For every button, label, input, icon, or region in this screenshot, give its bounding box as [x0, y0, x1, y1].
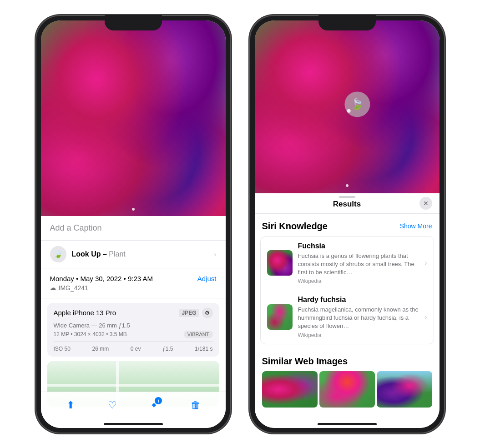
- similar-web-section: Similar Web Images: [255, 349, 440, 415]
- share-icon: ⬆: [66, 399, 75, 411]
- close-button[interactable]: ✕: [419, 197, 432, 210]
- heart-icon: ♡: [108, 399, 117, 411]
- similar-web-title: Similar Web Images: [262, 356, 348, 367]
- fuchsia-name: Fuchsia: [298, 242, 419, 250]
- favorite-button[interactable]: ♡: [102, 395, 122, 415]
- trash-icon: 🗑: [191, 399, 201, 411]
- lookup-dot: [347, 109, 350, 112]
- aperture-value: ƒ1.5: [162, 346, 173, 352]
- photo-specs: 12 MP • 3024 × 4032 • 3.5 MB VIBRANT: [54, 331, 213, 338]
- fuchsia-chevron: ›: [424, 259, 427, 267]
- settings-icon[interactable]: ⚙: [202, 307, 213, 318]
- home-indicator: [104, 423, 163, 425]
- results-panel: Results ✕ Siri Knowledge Show More: [255, 193, 440, 428]
- flower-image: [41, 20, 226, 216]
- wiki-item-hardy[interactable]: Hardy fuchsia Fuchsia magellanica, commo…: [261, 290, 434, 344]
- iso-value: ISO 50: [54, 346, 71, 352]
- home-indicator-right: [318, 423, 377, 425]
- hardy-content: Hardy fuchsia Fuchsia magellanica, commo…: [298, 296, 419, 338]
- format-badge: JPEG: [179, 309, 199, 317]
- share-button[interactable]: ⬆: [61, 395, 81, 415]
- wiki-card: Fuchsia Fuchsia is a genus of flowering …: [260, 236, 434, 344]
- right-photo-area: 🍃: [255, 20, 440, 193]
- bottom-toolbar: ⬆ ♡ ✦ i 🗑: [41, 392, 226, 428]
- camera-info: Wide Camera — 26 mm ƒ1.5: [54, 322, 213, 329]
- lookup-row[interactable]: 🍃 Look Up – Plant ›: [41, 241, 226, 268]
- fuchsia-content: Fuchsia Fuchsia is a genus of flowering …: [298, 242, 419, 285]
- cloud-icon: ☁: [50, 284, 56, 291]
- focal-value: 26 mm: [92, 346, 109, 352]
- web-image-2[interactable]: [319, 371, 375, 408]
- visual-lookup-button[interactable]: 🍃: [344, 91, 370, 117]
- lookup-label: Look Up – Plant: [72, 250, 126, 258]
- page-dot-right: [346, 184, 349, 187]
- hardy-name: Hardy fuchsia: [298, 296, 419, 304]
- fuchsia-desc: Fuchsia is a genus of flowering plants t…: [298, 252, 419, 277]
- info-button[interactable]: ✦ i: [144, 395, 164, 415]
- siri-knowledge-header: Siri Knowledge Show More: [255, 214, 440, 236]
- visual-lookup-icon: 🍃: [50, 246, 66, 262]
- info-badge: i: [155, 397, 162, 404]
- fuchsia-thumbnail: [267, 250, 293, 276]
- fuchsia-source: Wikipedia: [298, 278, 419, 284]
- close-icon: ✕: [423, 200, 429, 207]
- caption-input[interactable]: Add a Caption: [41, 216, 226, 241]
- delete-button[interactable]: 🗑: [186, 395, 206, 415]
- notch-right: [318, 15, 376, 30]
- filename-row: ☁ IMG_4241: [50, 284, 217, 292]
- device-section: Apple iPhone 13 Pro JPEG ⚙ Wide Camera —…: [47, 303, 219, 357]
- lookup-chevron: ›: [214, 251, 217, 258]
- meta-section: Monday • May 30, 2022 • 9:23 AM Adjust ☁…: [41, 268, 226, 298]
- drag-handle[interactable]: [339, 196, 355, 198]
- notch: [105, 15, 162, 30]
- style-badge: VIBRANT: [184, 331, 213, 338]
- device-name: Apple iPhone 13 Pro: [54, 309, 116, 317]
- web-images-grid: [262, 371, 432, 408]
- results-title: Results: [333, 200, 361, 209]
- exif-row: ISO 50 26 mm 0 ev ƒ1.5 1/181 s: [54, 342, 213, 352]
- wiki-item-fuchsia[interactable]: Fuchsia Fuchsia is a genus of flowering …: [261, 237, 434, 290]
- hardy-desc: Fuchsia magellanica, commonly known as t…: [298, 306, 419, 331]
- hardy-source: Wikipedia: [298, 332, 419, 338]
- ev-value: 0 ev: [131, 346, 141, 352]
- left-phone: Add a Caption 🍃 Look Up – Plant › Monday…: [35, 15, 231, 433]
- page-dot: [132, 208, 135, 211]
- web-image-1[interactable]: [262, 371, 318, 408]
- right-phone: 🍃 Results ✕ Siri Knowledge Show More: [249, 15, 445, 433]
- results-header: Results ✕: [255, 193, 440, 214]
- right-screen: 🍃 Results ✕ Siri Knowledge Show More: [255, 20, 440, 428]
- adjust-button[interactable]: Adjust: [197, 275, 217, 282]
- siri-knowledge-title: Siri Knowledge: [262, 221, 328, 232]
- hardy-thumbnail: [267, 304, 293, 330]
- hardy-chevron: ›: [424, 313, 427, 321]
- shutter-value: 1/181 s: [195, 346, 212, 352]
- show-more-button[interactable]: Show More: [400, 222, 432, 230]
- photo-date: Monday • May 30, 2022 • 9:23 AM: [50, 275, 153, 282]
- left-screen: Add a Caption 🍃 Look Up – Plant › Monday…: [41, 20, 226, 428]
- photo-area: [41, 20, 226, 216]
- web-image-3[interactable]: [377, 371, 432, 408]
